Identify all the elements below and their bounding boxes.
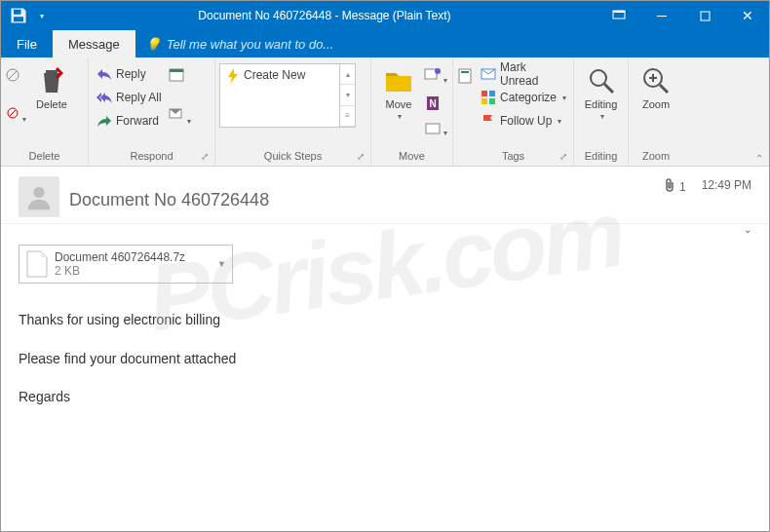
attachment-name: Document 460726448.7z <box>55 250 212 264</box>
attachment-indicator: 1 <box>664 178 686 195</box>
message-body: Thanks for using electronic billing Plea… <box>1 293 769 444</box>
flag-icon <box>481 113 496 129</box>
follow-up-button[interactable]: Follow Up▾ <box>477 110 570 132</box>
categorize-icon <box>481 90 496 105</box>
group-respond: Reply Reply All Forward ▾ Respond⤢ <box>89 57 215 166</box>
qat-dropdown-icon[interactable]: ▾ <box>32 6 52 25</box>
save-icon[interactable] <box>9 6 28 25</box>
reply-all-button[interactable]: Reply All <box>93 87 166 108</box>
message-subject: Document No 460726448 <box>69 176 654 210</box>
reply-icon <box>96 66 112 82</box>
actions-icon[interactable]: ▾ <box>424 122 447 139</box>
forward-icon <box>96 113 112 129</box>
collapse-ribbon-icon[interactable]: ⌃ <box>755 153 763 164</box>
more-respond-icon[interactable]: ▾ <box>168 106 191 128</box>
assign-policy-icon[interactable] <box>457 67 475 89</box>
lightning-icon <box>226 68 240 87</box>
svg-rect-4 <box>701 12 710 20</box>
envelope-icon <box>481 66 496 82</box>
attachment-area: Document 460726448.7z 2 KB ▼ <box>1 239 769 293</box>
dialog-launcher-icon[interactable]: ⤢ <box>357 151 365 162</box>
group-label-respond: Respond⤢ <box>93 150 211 166</box>
zoom-button[interactable]: Zoom <box>633 63 679 112</box>
onenote-icon[interactable]: N <box>424 95 447 116</box>
reply-button[interactable]: Reply <box>93 63 166 85</box>
reply-all-icon <box>96 90 112 105</box>
scroll-down-icon[interactable]: ▾ <box>340 85 355 105</box>
window-controls: ─ ✕ <box>597 1 769 30</box>
svg-point-31 <box>33 187 44 198</box>
group-label-delete: Delete <box>5 150 84 166</box>
body-line: Regards <box>19 388 751 407</box>
svg-rect-21 <box>481 91 487 96</box>
close-button[interactable]: ✕ <box>726 1 769 30</box>
paperclip-icon <box>664 178 675 195</box>
svg-rect-3 <box>613 11 625 13</box>
minimize-button[interactable]: ─ <box>640 1 683 30</box>
delete-icon <box>36 65 67 96</box>
title-bar: ▾ Document No 460726448 - Message (Plain… <box>1 1 769 30</box>
group-move: Move▾ ▾ N ▾ Move <box>371 57 453 166</box>
maximize-button[interactable] <box>683 1 726 30</box>
rules-icon[interactable]: ▾ <box>424 67 447 87</box>
svg-rect-19 <box>461 71 469 73</box>
svg-rect-22 <box>489 91 495 96</box>
ignore-icon[interactable] <box>5 67 26 87</box>
svg-line-6 <box>9 71 17 79</box>
attachment-dropdown-icon[interactable]: ▼ <box>217 259 226 269</box>
categorize-button[interactable]: Categorize▾ <box>477 87 570 108</box>
tab-message[interactable]: Message <box>53 30 135 57</box>
svg-rect-24 <box>489 98 495 104</box>
attachment-size: 2 KB <box>55 264 212 278</box>
ribbon-display-icon[interactable] <box>597 1 640 30</box>
message-header: Document No 460726448 1 12:49 PM <box>1 167 769 224</box>
group-label-quick-steps: Quick Steps⤢ <box>219 150 366 166</box>
forward-button[interactable]: Forward <box>93 110 166 132</box>
tell-me-label: Tell me what you want to do... <box>167 37 334 52</box>
file-icon <box>25 250 49 278</box>
editing-icon <box>586 65 617 96</box>
expand-header-icon[interactable]: ⌄ <box>1 224 769 239</box>
mark-unread-button[interactable]: Mark Unread <box>477 63 570 85</box>
svg-point-25 <box>591 70 606 86</box>
meeting-icon[interactable] <box>168 65 191 87</box>
group-quick-steps: Create New ▴ ▾ ≡ Quick Steps⤢ <box>215 57 371 166</box>
delete-button[interactable]: Delete <box>28 63 75 112</box>
junk-dropdown-icon[interactable]: ▾ <box>5 106 26 126</box>
dialog-launcher-icon[interactable]: ⤢ <box>201 151 209 162</box>
body-line: Please find your document attached <box>19 350 751 369</box>
zoom-icon <box>640 65 672 96</box>
scroll-up-icon[interactable]: ▴ <box>340 64 355 85</box>
sender-avatar <box>19 176 59 217</box>
svg-rect-11 <box>170 69 183 72</box>
attachment-item[interactable]: Document 460726448.7z 2 KB ▼ <box>19 245 233 284</box>
quick-steps-gallery[interactable]: Create New ▴ ▾ ≡ <box>219 63 356 128</box>
svg-rect-0 <box>14 10 21 15</box>
group-editing: Editing▾ Editing <box>574 57 629 166</box>
gallery-expand-icon[interactable]: ≡ <box>340 106 355 127</box>
quick-step-create-new[interactable]: Create New <box>220 64 339 127</box>
editing-button[interactable]: Editing▾ <box>578 63 624 123</box>
tell-me-search[interactable]: 💡 Tell me what you want to do... <box>135 30 334 57</box>
group-label-move: Move <box>375 150 448 166</box>
svg-text:N: N <box>429 98 436 109</box>
svg-line-8 <box>10 110 16 116</box>
svg-rect-1 <box>14 17 23 21</box>
group-label-editing: Editing <box>578 150 624 166</box>
group-label-zoom: Zoom <box>633 150 679 166</box>
svg-rect-9 <box>46 70 58 73</box>
window-title: Document No 460726448 - Message (Plain T… <box>52 9 597 22</box>
dialog-launcher-icon[interactable]: ⤢ <box>559 151 567 162</box>
move-button[interactable]: Move▾ <box>375 63 422 123</box>
group-tags: Mark Unread Categorize▾ Follow Up▾ Tags⤢ <box>453 57 574 166</box>
svg-rect-23 <box>481 98 487 104</box>
tab-file[interactable]: File <box>1 30 53 57</box>
group-zoom: Zoom Zoom <box>629 57 683 166</box>
message-time: 12:49 PM <box>702 178 751 192</box>
quick-access-toolbar: ▾ <box>1 6 52 25</box>
svg-rect-17 <box>426 124 440 133</box>
svg-line-28 <box>660 85 668 93</box>
delete-label: Delete <box>36 98 67 110</box>
lightbulb-icon: 💡 <box>145 37 161 52</box>
ribbon-tabs: File Message 💡 Tell me what you want to … <box>1 30 769 57</box>
